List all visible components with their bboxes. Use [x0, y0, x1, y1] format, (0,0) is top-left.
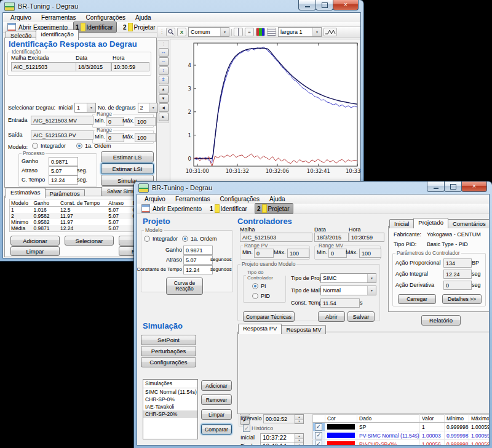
saida-field[interactable]: AIC_5121503.PV — [31, 130, 93, 140]
detalhes-button[interactable]: Detalhes >> — [442, 294, 482, 304]
range-min-field[interactable]: 0 — [106, 133, 124, 142]
step-identificar-button[interactable]: 1Identificar — [207, 203, 251, 214]
pv-max-field[interactable]: 100 — [287, 249, 309, 258]
line-width-combobox[interactable]: largura 1▼ — [278, 27, 322, 37]
final-stepper[interactable]: ▲▼ — [295, 442, 304, 446]
step-identificar-button[interactable]: 1Identificar — [73, 22, 117, 33]
malha-field[interactable]: AIC_5121503 — [240, 233, 312, 242]
list-item[interactable]: IAE-Tavakoli — [143, 403, 197, 410]
hora-field[interactable]: 10:30:59 — [111, 62, 149, 71]
comparar-button[interactable]: Comparar — [201, 424, 232, 434]
tab-projetado[interactable]: Projetado — [413, 218, 448, 228]
tipo-de-projeto-combobox[interactable]: SIMC▼ — [320, 273, 376, 283]
scroll-button-1[interactable]: ▼ — [159, 94, 169, 103]
tab-identificacao[interactable]: Identificação — [36, 30, 78, 40]
inicial-field[interactable]: 10:37:22 — [260, 433, 296, 442]
series-legend-table[interactable]: CorDadoValorMínimoMáximo✓SP10.9999981.00… — [312, 414, 490, 446]
radio-1a-ordem[interactable]: 1a. Ordem — [76, 143, 111, 149]
menu-item-2[interactable]: Configurações — [81, 14, 130, 22]
pan-zoom-button-1[interactable]: ⇔ — [159, 57, 169, 66]
zoom-icon[interactable] — [166, 28, 175, 36]
visible-checkbox[interactable]: ✓ — [315, 423, 322, 431]
limpar-button[interactable]: Limpar — [10, 246, 60, 256]
export-excel-icon[interactable]: X — [177, 28, 186, 36]
menu-item-2[interactable]: Configurações — [215, 195, 264, 203]
preset-combobox[interactable]: Comum▼ — [188, 27, 229, 37]
acao-proporcional-field[interactable]: 134 — [443, 258, 472, 268]
malha-excitada-field[interactable]: AIC_5121503 — [11, 62, 76, 71]
maximize-button[interactable] — [315, 0, 333, 10]
ganho-field[interactable]: 0.9871 — [183, 246, 213, 255]
mv-max-field[interactable]: 100 — [359, 249, 381, 258]
menu-item-3[interactable]: Ajuda — [264, 195, 290, 203]
estimar-lsi-button[interactable]: Estimar LSI — [101, 163, 154, 174]
simulacoes-listbox[interactable]: SimulaçõesSIMC Normal (11.54s)CHR-SP-0%I… — [143, 379, 198, 439]
visible-checkbox[interactable]: ✓ — [315, 432, 322, 439]
data-field[interactable]: 18/3/2015 — [76, 62, 111, 71]
tab-estimativas[interactable]: Estimativas — [6, 188, 46, 198]
radio-pi[interactable]: PI — [252, 283, 266, 289]
list-item[interactable]: SIMC Normal (11.54s) — [143, 388, 197, 396]
data-field[interactable]: 18/3/2015 — [314, 233, 349, 242]
legend-icon[interactable] — [267, 28, 276, 36]
salvar-button[interactable]: Salvar — [347, 311, 375, 322]
radio-integrador[interactable]: Integrador — [32, 143, 66, 149]
estimar-ls-button[interactable]: Estimar LS — [101, 151, 154, 162]
atraso-field[interactable]: 5.07 — [183, 255, 213, 265]
abrir-button[interactable]: Abrir — [318, 311, 345, 322]
acao-integral-field[interactable]: 12.24 — [443, 270, 472, 279]
maximize-button[interactable] — [444, 182, 462, 192]
acao-derivativa-field[interactable]: 0 — [443, 281, 472, 290]
setpoint-button[interactable]: SetPoint — [141, 335, 196, 345]
ctempo-field[interactable]: 12.24 — [49, 175, 78, 185]
ganho-field[interactable]: 0.9871 — [49, 157, 78, 166]
legend-row[interactable]: ✓PV-SIMC Normal (11.54s)1.000030.9999981… — [313, 431, 490, 440]
menu-item-0[interactable]: Arquivo — [140, 195, 170, 203]
menu-item-1[interactable]: Ferramentas — [170, 195, 215, 203]
split-panes-icon[interactable] — [234, 28, 243, 36]
limpar-simulacao-button[interactable]: Limpar — [201, 409, 232, 420]
remover-simulacao-button[interactable]: Remover — [201, 394, 232, 405]
pan-zoom-button-0[interactable]: ↔ — [159, 48, 169, 57]
legend-row[interactable]: ✓SP10.9999981.00059 — [313, 423, 490, 431]
menu-item-1[interactable]: Ferramentas — [36, 14, 81, 22]
historico-checkbox[interactable]: ✓ — [243, 425, 250, 432]
grip-handle-icon[interactable]: ⋮ — [159, 30, 164, 34]
curva-de-reacao-button[interactable]: Curva de Reação — [166, 278, 203, 295]
configuracoes-button[interactable]: Configurações — [141, 357, 196, 367]
tab-resposta-mv[interactable]: Resposta MV — [281, 325, 326, 334]
line-style-icon[interactable] — [323, 28, 337, 36]
menu-item-3[interactable]: Ajuda — [130, 14, 156, 22]
radio-pid[interactable]: PID — [252, 293, 270, 299]
adicionar-button[interactable]: Adicionar — [10, 236, 60, 246]
range-max-field[interactable]: 100 — [135, 133, 156, 142]
visible-checkbox[interactable]: ✓ — [315, 441, 322, 446]
grip-handle-icon[interactable]: ⋮ — [161, 42, 166, 47]
series-colors-icon[interactable] — [256, 28, 265, 36]
entrada-field[interactable]: AIC_5121503.MV — [31, 116, 93, 125]
tab-inicial[interactable]: Inicial — [389, 219, 414, 228]
tipo-de-malha-combobox[interactable]: Normal▼ — [320, 286, 376, 295]
final-field[interactable]: 10:40:14 — [260, 442, 296, 446]
pv-min-field[interactable]: 0 — [254, 249, 274, 258]
intervalo-field[interactable]: 00:02:52 — [263, 414, 296, 423]
list-item[interactable]: CHR-SP-20% — [143, 410, 197, 418]
selecionar-button[interactable]: Selecionar — [65, 236, 114, 246]
pan-zoom-button-2[interactable]: ↕ — [159, 66, 169, 75]
scroll-button-0[interactable]: ▲ — [159, 85, 169, 94]
intervalo-stepper[interactable]: ▲▼ — [295, 414, 304, 424]
tab-comentarios[interactable]: Comentários — [448, 219, 490, 228]
carregar-button[interactable]: Carregar — [398, 294, 436, 304]
list-item[interactable]: CHR-SP-0% — [143, 396, 197, 403]
adicionar-simulacao-button[interactable]: Adicionar — [201, 380, 232, 391]
step-projetar-button[interactable]: 2Projetar — [255, 203, 293, 214]
minimize-button[interactable] — [298, 0, 316, 10]
relatorio-button[interactable]: Relatório — [421, 315, 461, 326]
mv-min-field[interactable]: 0 — [328, 249, 347, 258]
radio-integrador[interactable]: Integrador — [144, 236, 178, 242]
minimize-button[interactable] — [427, 182, 445, 192]
constante-tempo-field[interactable]: 12.24 — [183, 265, 213, 274]
tab-resposta-pv[interactable]: Resposta PV — [238, 324, 282, 334]
pan-zoom-button-3[interactable]: ⇕ — [159, 76, 169, 84]
step-projetar-button[interactable]: 2Projetar — [121, 22, 159, 33]
